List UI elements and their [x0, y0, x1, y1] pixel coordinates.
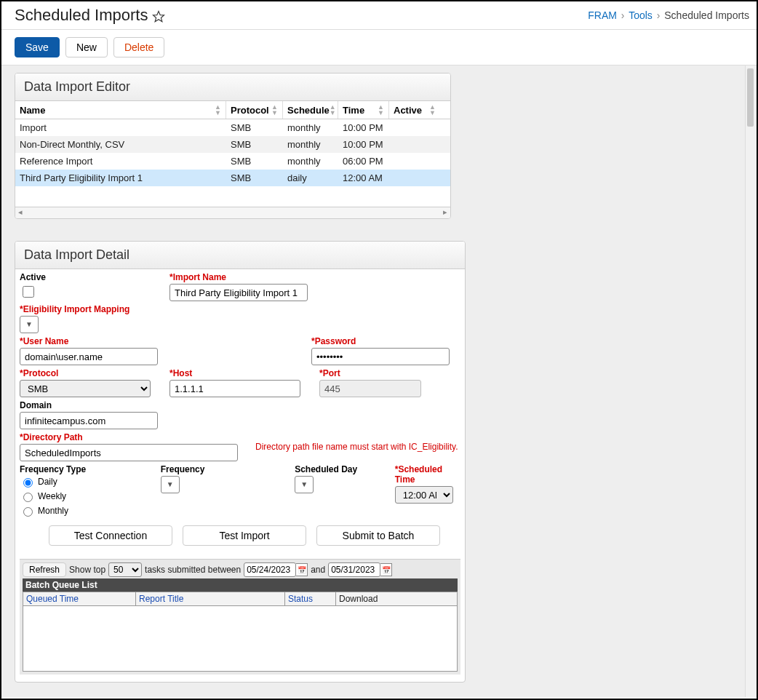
table-row[interactable]: Third Party Eligibility Import 1SMBdaily… [15, 170, 450, 186]
imports-grid: Name▲▼ Protocol▲▼ Schedule▲▼ Time▲▼ Acti… [15, 101, 450, 218]
test-import-button[interactable]: Test Import [183, 525, 306, 546]
save-button[interactable]: Save [15, 37, 60, 57]
dir-path-hint: Directory path file name must start with… [255, 442, 458, 452]
sort-icon[interactable]: ▲▼ [378, 104, 384, 116]
svg-marker-0 [153, 12, 164, 22]
protocol-select[interactable]: SMB [20, 380, 151, 397]
calendar-icon[interactable]: 📅 [296, 563, 308, 576]
label-password: *Password [311, 336, 450, 346]
label-dir-path: *Directory Path [20, 432, 238, 442]
breadcrumb-link-tools[interactable]: Tools [629, 9, 653, 21]
date-from-input[interactable] [244, 562, 296, 577]
elig-map-dropdown[interactable]: ▼ [20, 316, 39, 333]
sort-icon[interactable]: ▲▼ [330, 104, 336, 116]
freq-radio-option[interactable]: Daily [20, 476, 149, 488]
date-to-input[interactable] [328, 562, 380, 577]
label-elig-map: *Eligibility Import Mapping [20, 304, 129, 314]
grid-cell [389, 119, 440, 136]
bq-col-download[interactable]: Download [336, 592, 457, 605]
new-button[interactable]: New [65, 37, 108, 57]
grid-cell: monthly [283, 136, 338, 153]
password-input[interactable] [311, 348, 450, 365]
grid-cell: SMB [226, 153, 283, 170]
col-header-protocol[interactable]: Protocol▲▼ [226, 101, 283, 119]
panel-header-editor: Data Import Editor [15, 73, 450, 101]
sort-icon[interactable]: ▲▼ [271, 104, 278, 116]
domain-input[interactable] [20, 412, 158, 429]
page-header: Scheduled Imports FRAM › Tools › Schedul… [1, 1, 757, 30]
freq-radio-option[interactable]: Weekly [20, 490, 149, 502]
panel-header-detail: Data Import Detail [15, 242, 465, 269]
delete-button[interactable]: Delete [113, 37, 164, 57]
col-header-name[interactable]: Name▲▼ [15, 101, 226, 119]
breadcrumb-link-fram[interactable]: FRAM [588, 9, 617, 21]
freq-radio-option[interactable]: Monthly [20, 505, 149, 517]
batch-queue-section: Refresh Show top 50 tasks submitted betw… [20, 559, 460, 675]
and-label: and [311, 565, 325, 575]
col-header-schedule[interactable]: Schedule▲▼ [283, 101, 338, 119]
label-frequency: Frequency [161, 464, 283, 474]
sched-day-dropdown[interactable]: ▼ [295, 476, 314, 493]
test-connection-button[interactable]: Test Connection [49, 525, 172, 546]
sort-icon[interactable]: ▲▼ [429, 104, 436, 116]
freq-radio[interactable] [23, 478, 33, 488]
freq-radio[interactable] [23, 493, 33, 502]
grid-cell: daily [283, 170, 338, 186]
grid-cell: SMB [226, 136, 283, 153]
submit-to-batch-button[interactable]: Submit to Batch [316, 525, 440, 546]
grid-cell: SMB [226, 170, 283, 186]
favorite-star-icon[interactable] [152, 9, 165, 22]
between-label: tasks submitted between [145, 565, 241, 575]
dir-path-input[interactable] [20, 444, 238, 461]
label-active: Active [20, 272, 158, 282]
grid-cell: 10:00 PM [338, 119, 389, 136]
show-top-select[interactable]: 50 [108, 562, 142, 577]
user-name-input[interactable] [20, 348, 158, 365]
page-title-text: Scheduled Imports [15, 6, 148, 25]
col-header-time[interactable]: Time▲▼ [338, 101, 389, 119]
grid-cell: Third Party Eligibility Import 1 [15, 170, 226, 186]
sched-time-select[interactable]: 12:00 AM [395, 486, 453, 504]
label-sched-day: Scheduled Day [295, 464, 383, 474]
grid-cell: 12:00 AM [338, 170, 389, 186]
detail-body: Active *Import Name *Eligibility Import … [15, 269, 465, 682]
table-row[interactable]: Non-Direct Monthly, CSVSMBmonthly10:00 P… [15, 136, 450, 153]
label-domain: Domain [20, 400, 158, 410]
grid-cell: 06:00 PM [338, 153, 389, 170]
grid-cell: SMB [226, 119, 283, 136]
data-import-detail-panel: Data Import Detail Active *Import Name *… [15, 241, 466, 683]
grid-cell [389, 170, 440, 186]
grid-cell [389, 153, 440, 170]
workspace-vertical-scrollbar[interactable] [745, 65, 755, 697]
import-name-input[interactable] [169, 284, 308, 301]
grid-body[interactable]: ImportSMBmonthly10:00 PMNon-Direct Month… [15, 119, 450, 207]
calendar-icon[interactable]: 📅 [380, 563, 392, 576]
frequency-dropdown[interactable]: ▼ [161, 476, 180, 493]
bq-col-queued[interactable]: Queued Time [23, 592, 136, 605]
refresh-button[interactable]: Refresh [23, 562, 66, 577]
batch-queue-header: Queued Time Report Title Status Download [23, 592, 458, 606]
bq-col-report[interactable]: Report Title [136, 592, 285, 605]
label-host: *Host [169, 368, 308, 378]
col-header-active[interactable]: Active▲▼ [389, 101, 440, 119]
data-import-editor-panel: Data Import Editor Name▲▼ Protocol▲▼ Sch… [15, 73, 451, 219]
freq-type-radio-group: Daily Weekly Monthly [20, 476, 149, 518]
label-sched-time: *Scheduled Time [395, 464, 460, 485]
freq-radio[interactable] [23, 507, 33, 517]
grid-cell: Reference Import [15, 153, 226, 170]
grid-cell: monthly [283, 153, 338, 170]
label-port: *Port [319, 368, 421, 378]
label-freq-type: Frequency Type [20, 464, 149, 474]
bq-col-status[interactable]: Status [285, 592, 336, 605]
table-row[interactable]: ImportSMBmonthly10:00 PM [15, 119, 450, 136]
sort-icon[interactable]: ▲▼ [215, 104, 221, 116]
port-input [319, 380, 421, 397]
grid-horizontal-scrollbar[interactable] [15, 207, 450, 218]
active-checkbox[interactable] [23, 286, 34, 298]
grid-cell: 10:00 PM [338, 136, 389, 153]
scrollbar-thumb[interactable] [747, 68, 754, 127]
chevron-right-icon: › [621, 9, 625, 21]
table-row[interactable]: Reference ImportSMBmonthly06:00 PM [15, 153, 450, 170]
batch-queue-body [23, 606, 458, 672]
host-input[interactable] [169, 380, 300, 397]
